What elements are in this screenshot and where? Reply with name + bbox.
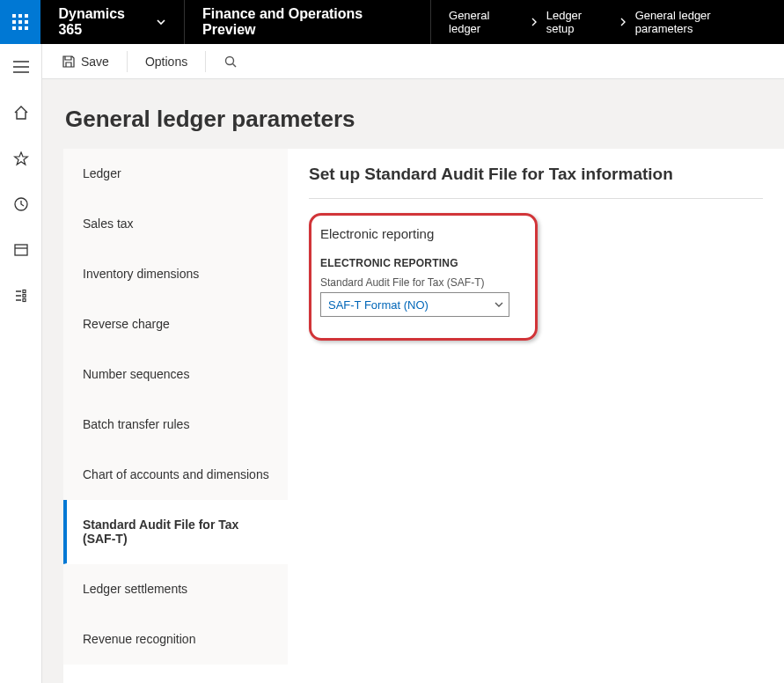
saf-t-format-input[interactable] (320, 292, 509, 317)
saf-t-format-dropdown[interactable] (320, 292, 509, 317)
product-switcher[interactable]: Dynamics 365 (40, 0, 185, 44)
separator (127, 51, 128, 72)
side-tab-ledger[interactable]: Ledger (63, 149, 288, 199)
side-tab-label: Standard Audit File for Tax (SAF-T) (83, 518, 238, 546)
module-title-text: Finance and Operations Preview (202, 6, 413, 38)
svg-rect-2 (23, 290, 26, 293)
fasttab-title[interactable]: Electronic reporting (320, 226, 523, 241)
side-tab-reverse-charge[interactable]: Reverse charge (63, 299, 288, 349)
side-tab-label: Inventory dimensions (83, 267, 199, 281)
search-button[interactable] (215, 49, 246, 74)
side-tab-label: Ledger (83, 166, 121, 180)
workspaces-button[interactable] (7, 236, 35, 264)
parameters-panel: Ledger Sales tax Inventory dimensions Re… (63, 149, 784, 683)
side-tab-chart-of-accounts[interactable]: Chart of accounts and dimensions (63, 450, 288, 500)
left-navigation-rail (0, 44, 42, 683)
electronic-reporting-fasttab: Electronic reporting ELECTRONIC REPORTIN… (309, 213, 538, 341)
breadcrumb-item[interactable]: General ledger parameters (635, 9, 766, 35)
page-content: General ledger parameters Ledger Sales t… (42, 79, 784, 683)
hamburger-menu-button[interactable] (7, 53, 35, 81)
recent-button[interactable] (7, 190, 35, 218)
chevron-right-icon (531, 18, 538, 26)
side-tab-label: Batch transfer rules (83, 417, 189, 431)
side-tab-list: Ledger Sales tax Inventory dimensions Re… (63, 149, 288, 683)
product-name: Dynamics 365 (58, 6, 149, 38)
side-tab-saf-t[interactable]: Standard Audit File for Tax (SAF-T) (63, 500, 288, 564)
side-tab-ledger-settlements[interactable]: Ledger settlements (63, 564, 288, 614)
search-icon (223, 55, 238, 69)
side-tab-label: Chart of accounts and dimensions (83, 467, 269, 481)
section-divider (309, 198, 763, 199)
separator (205, 51, 206, 72)
page-title: General ledger parameters (63, 106, 784, 133)
side-tab-label: Reverse charge (83, 317, 170, 331)
side-tab-batch-transfer-rules[interactable]: Batch transfer rules (63, 400, 288, 450)
modules-button[interactable] (7, 282, 35, 310)
svg-rect-1 (15, 245, 27, 255)
breadcrumb: General ledger Ledger setup General ledg… (431, 0, 784, 44)
save-button-label: Save (81, 55, 109, 69)
top-navigation-bar: Dynamics 365 Finance and Operations Prev… (0, 0, 784, 44)
side-tab-revenue-recognition[interactable]: Revenue recognition (63, 614, 288, 665)
side-tab-inventory-dimensions[interactable]: Inventory dimensions (63, 249, 288, 299)
svg-rect-3 (23, 295, 26, 297)
tab-content-pane: Set up Standard Audit File for Tax infor… (288, 149, 784, 683)
section-heading: Set up Standard Audit File for Tax infor… (309, 165, 763, 184)
save-button[interactable]: Save (53, 49, 118, 74)
side-tab-label: Ledger settlements (83, 582, 187, 596)
action-pane: Save Options (42, 44, 784, 79)
side-tab-sales-tax[interactable]: Sales tax (63, 199, 288, 249)
chevron-down-icon (156, 17, 166, 27)
field-label: Standard Audit File for Tax (SAF-T) (320, 276, 523, 289)
side-tab-label: Number sequences (83, 367, 189, 381)
app-launcher-button[interactable] (0, 0, 40, 44)
side-tab-label: Sales tax (83, 217, 134, 231)
save-icon (62, 55, 76, 69)
field-group-label: ELECTRONIC REPORTING (320, 257, 523, 269)
svg-point-5 (226, 56, 234, 64)
home-button[interactable] (7, 99, 35, 127)
waffle-icon (12, 14, 28, 30)
module-title: Finance and Operations Preview (185, 0, 431, 44)
breadcrumb-item[interactable]: Ledger setup (546, 9, 611, 35)
options-button[interactable]: Options (136, 49, 196, 74)
breadcrumb-item[interactable]: General ledger (449, 9, 522, 35)
options-button-label: Options (145, 55, 187, 69)
side-tab-label: Revenue recognition (83, 632, 195, 646)
svg-rect-4 (23, 299, 26, 302)
chevron-right-icon (619, 18, 626, 26)
favorites-button[interactable] (7, 144, 35, 173)
side-tab-number-sequences[interactable]: Number sequences (63, 349, 288, 400)
